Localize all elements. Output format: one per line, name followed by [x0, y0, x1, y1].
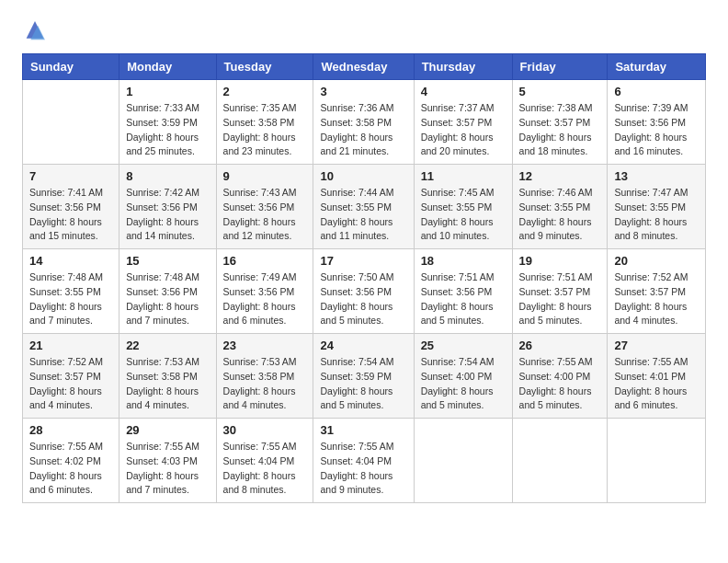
day-info: Sunrise: 7:48 AMSunset: 3:56 PMDaylight:…	[126, 270, 209, 328]
calendar-cell: 11Sunrise: 7:45 AMSunset: 3:55 PMDayligh…	[414, 165, 512, 249]
day-info: Sunrise: 7:49 AMSunset: 3:56 PMDaylight:…	[223, 270, 307, 328]
calendar-header: SundayMondayTuesdayWednesdayThursdayFrid…	[23, 54, 706, 80]
day-info: Sunrise: 7:55 AMSunset: 4:04 PMDaylight:…	[320, 440, 406, 498]
day-number: 14	[29, 254, 112, 268]
calendar-cell: 28Sunrise: 7:55 AMSunset: 4:02 PMDayligh…	[23, 419, 119, 503]
day-number: 29	[126, 423, 209, 437]
day-number: 2	[223, 85, 307, 98]
calendar-cell: 25Sunrise: 7:54 AMSunset: 4:00 PMDayligh…	[414, 334, 512, 419]
day-number: 24	[320, 339, 406, 352]
day-number: 19	[519, 254, 601, 268]
day-info: Sunrise: 7:51 AMSunset: 3:56 PMDaylight:…	[421, 270, 506, 328]
calendar-cell: 4Sunrise: 7:37 AMSunset: 3:57 PMDaylight…	[414, 80, 512, 165]
header-day-thursday: Thursday	[414, 54, 512, 80]
logo-icon	[22, 18, 48, 44]
day-info: Sunrise: 7:55 AMSunset: 4:02 PMDaylight:…	[29, 440, 112, 498]
day-info: Sunrise: 7:38 AMSunset: 3:57 PMDaylight:…	[519, 101, 601, 159]
day-number: 4	[421, 85, 506, 98]
calendar-cell: 29Sunrise: 7:55 AMSunset: 4:03 PMDayligh…	[119, 419, 216, 503]
day-info: Sunrise: 7:48 AMSunset: 3:55 PMDaylight:…	[29, 270, 112, 328]
day-number: 8	[126, 169, 209, 183]
day-number: 26	[519, 339, 601, 352]
calendar-cell: 31Sunrise: 7:55 AMSunset: 4:04 PMDayligh…	[313, 419, 414, 503]
day-info: Sunrise: 7:55 AMSunset: 4:00 PMDaylight:…	[519, 355, 601, 413]
calendar-cell: 6Sunrise: 7:39 AMSunset: 3:56 PMDaylight…	[608, 80, 706, 165]
page-header	[22, 18, 706, 44]
calendar-cell: 18Sunrise: 7:51 AMSunset: 3:56 PMDayligh…	[414, 249, 512, 334]
day-number: 16	[223, 254, 307, 268]
day-info: Sunrise: 7:37 AMSunset: 3:57 PMDaylight:…	[421, 101, 506, 159]
day-info: Sunrise: 7:43 AMSunset: 3:56 PMDaylight:…	[223, 186, 307, 244]
day-number: 27	[614, 339, 699, 352]
day-info: Sunrise: 7:46 AMSunset: 3:55 PMDaylight:…	[519, 186, 601, 244]
day-info: Sunrise: 7:55 AMSunset: 4:01 PMDaylight:…	[614, 355, 699, 413]
calendar-cell: 16Sunrise: 7:49 AMSunset: 3:56 PMDayligh…	[216, 249, 313, 334]
day-info: Sunrise: 7:39 AMSunset: 3:56 PMDaylight:…	[614, 101, 699, 159]
day-info: Sunrise: 7:52 AMSunset: 3:57 PMDaylight:…	[29, 355, 112, 413]
calendar-cell: 27Sunrise: 7:55 AMSunset: 4:01 PMDayligh…	[608, 334, 706, 419]
day-info: Sunrise: 7:51 AMSunset: 3:57 PMDaylight:…	[519, 270, 601, 328]
day-info: Sunrise: 7:50 AMSunset: 3:56 PMDaylight:…	[320, 270, 406, 328]
day-info: Sunrise: 7:54 AMSunset: 3:59 PMDaylight:…	[320, 355, 406, 413]
header-day-wednesday: Wednesday	[313, 54, 414, 80]
calendar-cell: 21Sunrise: 7:52 AMSunset: 3:57 PMDayligh…	[23, 334, 119, 419]
header-day-friday: Friday	[512, 54, 608, 80]
calendar-cell: 22Sunrise: 7:53 AMSunset: 3:58 PMDayligh…	[119, 334, 216, 419]
calendar-cell: 9Sunrise: 7:43 AMSunset: 3:56 PMDaylight…	[216, 165, 313, 249]
header-day-sunday: Sunday	[23, 54, 119, 80]
calendar-cell	[414, 419, 512, 503]
day-number: 22	[126, 339, 209, 352]
calendar-body: 1Sunrise: 7:33 AMSunset: 3:59 PMDaylight…	[23, 80, 706, 503]
calendar-cell: 19Sunrise: 7:51 AMSunset: 3:57 PMDayligh…	[512, 249, 608, 334]
calendar-cell: 8Sunrise: 7:42 AMSunset: 3:56 PMDaylight…	[119, 165, 216, 249]
header-day-monday: Monday	[119, 54, 216, 80]
day-number: 21	[29, 339, 112, 352]
calendar-cell: 26Sunrise: 7:55 AMSunset: 4:00 PMDayligh…	[512, 334, 608, 419]
day-number: 31	[320, 423, 406, 437]
calendar-cell: 17Sunrise: 7:50 AMSunset: 3:56 PMDayligh…	[313, 249, 414, 334]
day-number: 6	[614, 85, 699, 98]
day-info: Sunrise: 7:52 AMSunset: 3:57 PMDaylight:…	[614, 270, 699, 328]
day-number: 10	[320, 169, 406, 183]
day-number: 20	[614, 254, 699, 268]
day-number: 3	[320, 85, 406, 98]
day-number: 12	[519, 169, 601, 183]
calendar-cell: 23Sunrise: 7:53 AMSunset: 3:58 PMDayligh…	[216, 334, 313, 419]
calendar-week-4: 21Sunrise: 7:52 AMSunset: 3:57 PMDayligh…	[23, 334, 706, 419]
calendar-table: SundayMondayTuesdayWednesdayThursdayFrid…	[22, 53, 706, 503]
day-number: 28	[29, 423, 112, 437]
day-number: 17	[320, 254, 406, 268]
calendar-cell: 3Sunrise: 7:36 AMSunset: 3:58 PMDaylight…	[313, 80, 414, 165]
calendar-week-3: 14Sunrise: 7:48 AMSunset: 3:55 PMDayligh…	[23, 249, 706, 334]
calendar-cell: 24Sunrise: 7:54 AMSunset: 3:59 PMDayligh…	[313, 334, 414, 419]
day-info: Sunrise: 7:35 AMSunset: 3:58 PMDaylight:…	[223, 101, 307, 159]
day-number: 18	[421, 254, 506, 268]
calendar-cell: 12Sunrise: 7:46 AMSunset: 3:55 PMDayligh…	[512, 165, 608, 249]
calendar-cell	[23, 80, 119, 165]
day-number: 5	[519, 85, 601, 98]
logo	[22, 18, 51, 44]
calendar-header-row: SundayMondayTuesdayWednesdayThursdayFrid…	[23, 54, 706, 80]
day-number: 11	[421, 169, 506, 183]
day-info: Sunrise: 7:42 AMSunset: 3:56 PMDaylight:…	[126, 186, 209, 244]
day-info: Sunrise: 7:45 AMSunset: 3:55 PMDaylight:…	[421, 186, 506, 244]
day-info: Sunrise: 7:33 AMSunset: 3:59 PMDaylight:…	[126, 101, 209, 159]
day-info: Sunrise: 7:55 AMSunset: 4:03 PMDaylight:…	[126, 440, 209, 498]
day-number: 25	[421, 339, 506, 352]
calendar-cell: 7Sunrise: 7:41 AMSunset: 3:56 PMDaylight…	[23, 165, 119, 249]
calendar-week-1: 1Sunrise: 7:33 AMSunset: 3:59 PMDaylight…	[23, 80, 706, 165]
day-number: 9	[223, 169, 307, 183]
calendar-cell: 20Sunrise: 7:52 AMSunset: 3:57 PMDayligh…	[608, 249, 706, 334]
calendar-cell: 13Sunrise: 7:47 AMSunset: 3:55 PMDayligh…	[608, 165, 706, 249]
day-info: Sunrise: 7:53 AMSunset: 3:58 PMDaylight:…	[126, 355, 209, 413]
calendar-cell: 14Sunrise: 7:48 AMSunset: 3:55 PMDayligh…	[23, 249, 119, 334]
calendar-cell: 1Sunrise: 7:33 AMSunset: 3:59 PMDaylight…	[119, 80, 216, 165]
day-number: 1	[126, 85, 209, 98]
calendar-cell	[512, 419, 608, 503]
day-info: Sunrise: 7:44 AMSunset: 3:55 PMDaylight:…	[320, 186, 406, 244]
calendar-cell: 30Sunrise: 7:55 AMSunset: 4:04 PMDayligh…	[216, 419, 313, 503]
day-info: Sunrise: 7:36 AMSunset: 3:58 PMDaylight:…	[320, 101, 406, 159]
header-day-saturday: Saturday	[608, 54, 706, 80]
day-info: Sunrise: 7:53 AMSunset: 3:58 PMDaylight:…	[223, 355, 307, 413]
day-number: 15	[126, 254, 209, 268]
